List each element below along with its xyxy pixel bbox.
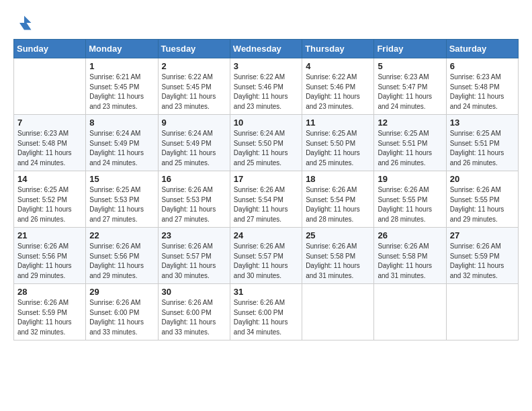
- calendar-cell: 25Sunrise: 6:26 AMSunset: 5:58 PMDayligh…: [302, 228, 374, 284]
- day-info: Sunrise: 6:26 AMSunset: 5:56 PMDaylight:…: [89, 242, 154, 281]
- calendar-cell: 9Sunrise: 6:24 AMSunset: 5:49 PMDaylight…: [158, 115, 230, 171]
- day-info: Sunrise: 6:26 AMSunset: 5:58 PMDaylight:…: [378, 242, 442, 281]
- day-number: 1: [89, 61, 154, 71]
- day-number: 10: [234, 118, 298, 128]
- day-info: Sunrise: 6:26 AMSunset: 5:55 PMDaylight:…: [450, 185, 515, 224]
- calendar-cell: 12Sunrise: 6:25 AMSunset: 5:51 PMDayligh…: [374, 115, 446, 171]
- day-number: 9: [162, 118, 226, 128]
- calendar-cell: [446, 284, 518, 340]
- day-info: Sunrise: 6:26 AMSunset: 5:57 PMDaylight:…: [234, 242, 298, 281]
- calendar-cell: [302, 284, 374, 340]
- calendar-cell: 27Sunrise: 6:26 AMSunset: 5:59 PMDayligh…: [446, 228, 518, 284]
- day-number: 29: [89, 287, 154, 297]
- day-number: 18: [306, 174, 370, 184]
- day-info: Sunrise: 6:22 AMSunset: 5:46 PMDaylight:…: [234, 73, 298, 111]
- calendar-header-thursday: Thursday: [302, 40, 374, 58]
- calendar-cell: 22Sunrise: 6:26 AMSunset: 5:56 PMDayligh…: [86, 228, 158, 284]
- calendar-week-1: 1Sunrise: 6:21 AMSunset: 5:45 PMDaylight…: [14, 58, 519, 115]
- day-info: Sunrise: 6:23 AMSunset: 5:47 PMDaylight:…: [378, 73, 442, 111]
- calendar-cell: [374, 284, 446, 340]
- day-info: Sunrise: 6:26 AMSunset: 5:53 PMDaylight:…: [162, 185, 226, 224]
- day-number: 27: [450, 230, 515, 240]
- calendar-cell: 30Sunrise: 6:26 AMSunset: 6:00 PMDayligh…: [158, 284, 230, 340]
- day-info: Sunrise: 6:26 AMSunset: 6:00 PMDaylight:…: [234, 298, 298, 337]
- day-number: 24: [234, 230, 298, 240]
- day-number: 19: [378, 174, 442, 184]
- logo: [13, 13, 34, 35]
- day-info: Sunrise: 6:22 AMSunset: 5:45 PMDaylight:…: [162, 73, 226, 111]
- calendar-week-2: 7Sunrise: 6:23 AMSunset: 5:48 PMDaylight…: [14, 115, 519, 171]
- day-info: Sunrise: 6:26 AMSunset: 5:57 PMDaylight:…: [162, 242, 226, 281]
- day-number: 26: [378, 230, 442, 240]
- calendar-cell: 7Sunrise: 6:23 AMSunset: 5:48 PMDaylight…: [14, 115, 86, 171]
- day-number: 12: [378, 118, 442, 128]
- svg-marker-0: [19, 16, 32, 30]
- day-info: Sunrise: 6:25 AMSunset: 5:52 PMDaylight:…: [17, 185, 82, 224]
- calendar-body: 1Sunrise: 6:21 AMSunset: 5:45 PMDaylight…: [14, 58, 519, 340]
- calendar-cell: 16Sunrise: 6:26 AMSunset: 5:53 PMDayligh…: [158, 171, 230, 228]
- day-info: Sunrise: 6:26 AMSunset: 5:54 PMDaylight:…: [234, 185, 298, 224]
- calendar-cell: 20Sunrise: 6:26 AMSunset: 5:55 PMDayligh…: [446, 171, 518, 228]
- day-number: 30: [162, 287, 226, 297]
- day-info: Sunrise: 6:25 AMSunset: 5:51 PMDaylight:…: [450, 129, 515, 168]
- day-info: Sunrise: 6:24 AMSunset: 5:49 PMDaylight:…: [89, 129, 154, 168]
- calendar-cell: 8Sunrise: 6:24 AMSunset: 5:49 PMDaylight…: [86, 115, 158, 171]
- calendar-cell: 1Sunrise: 6:21 AMSunset: 5:45 PMDaylight…: [86, 58, 158, 115]
- calendar-cell: 19Sunrise: 6:26 AMSunset: 5:55 PMDayligh…: [374, 171, 446, 228]
- day-number: 31: [234, 287, 298, 297]
- day-number: 8: [89, 118, 154, 128]
- day-info: Sunrise: 6:25 AMSunset: 5:50 PMDaylight:…: [306, 129, 370, 168]
- calendar-cell: 31Sunrise: 6:26 AMSunset: 6:00 PMDayligh…: [230, 284, 302, 340]
- calendar-cell: 13Sunrise: 6:25 AMSunset: 5:51 PMDayligh…: [446, 115, 518, 171]
- day-info: Sunrise: 6:25 AMSunset: 5:53 PMDaylight:…: [89, 185, 154, 224]
- day-number: 3: [234, 61, 298, 71]
- day-number: 16: [162, 174, 226, 184]
- day-info: Sunrise: 6:26 AMSunset: 5:59 PMDaylight:…: [17, 298, 82, 337]
- day-number: 17: [234, 174, 298, 184]
- day-number: 21: [17, 230, 82, 240]
- day-number: 25: [306, 230, 370, 240]
- calendar-cell: 24Sunrise: 6:26 AMSunset: 5:57 PMDayligh…: [230, 228, 302, 284]
- calendar-cell: 11Sunrise: 6:25 AMSunset: 5:50 PMDayligh…: [302, 115, 374, 171]
- page-header: [13, 11, 519, 35]
- day-number: 14: [17, 174, 82, 184]
- day-info: Sunrise: 6:26 AMSunset: 5:59 PMDaylight:…: [450, 242, 515, 281]
- calendar-cell: 10Sunrise: 6:24 AMSunset: 5:50 PMDayligh…: [230, 115, 302, 171]
- day-number: 11: [306, 118, 370, 128]
- calendar-header-tuesday: Tuesday: [158, 40, 230, 58]
- logo-icon: [15, 13, 34, 32]
- day-info: Sunrise: 6:26 AMSunset: 6:00 PMDaylight:…: [162, 298, 226, 337]
- day-info: Sunrise: 6:26 AMSunset: 5:56 PMDaylight:…: [17, 242, 82, 281]
- calendar-header-sunday: Sunday: [14, 40, 86, 58]
- calendar-week-5: 28Sunrise: 6:26 AMSunset: 5:59 PMDayligh…: [14, 284, 519, 340]
- day-info: Sunrise: 6:25 AMSunset: 5:51 PMDaylight:…: [378, 129, 442, 168]
- day-info: Sunrise: 6:26 AMSunset: 5:55 PMDaylight:…: [378, 185, 442, 224]
- calendar-cell: 29Sunrise: 6:26 AMSunset: 6:00 PMDayligh…: [86, 284, 158, 340]
- day-info: Sunrise: 6:26 AMSunset: 6:00 PMDaylight:…: [89, 298, 154, 337]
- calendar-cell: 14Sunrise: 6:25 AMSunset: 5:52 PMDayligh…: [14, 171, 86, 228]
- day-info: Sunrise: 6:26 AMSunset: 5:58 PMDaylight:…: [306, 242, 370, 281]
- day-info: Sunrise: 6:22 AMSunset: 5:46 PMDaylight:…: [306, 73, 370, 111]
- calendar-table: SundayMondayTuesdayWednesdayThursdayFrid…: [13, 39, 519, 340]
- day-info: Sunrise: 6:24 AMSunset: 5:50 PMDaylight:…: [234, 129, 298, 168]
- day-number: 5: [378, 61, 442, 71]
- day-number: 28: [17, 287, 82, 297]
- day-info: Sunrise: 6:26 AMSunset: 5:54 PMDaylight:…: [306, 185, 370, 224]
- day-number: 20: [450, 174, 515, 184]
- calendar-cell: 2Sunrise: 6:22 AMSunset: 5:45 PMDaylight…: [158, 58, 230, 115]
- calendar-cell: 6Sunrise: 6:23 AMSunset: 5:48 PMDaylight…: [446, 58, 518, 115]
- day-info: Sunrise: 6:24 AMSunset: 5:49 PMDaylight:…: [162, 129, 226, 168]
- calendar-cell: [14, 58, 86, 115]
- calendar-header-row: SundayMondayTuesdayWednesdayThursdayFrid…: [14, 40, 519, 58]
- calendar-cell: 28Sunrise: 6:26 AMSunset: 5:59 PMDayligh…: [14, 284, 86, 340]
- calendar-cell: 5Sunrise: 6:23 AMSunset: 5:47 PMDaylight…: [374, 58, 446, 115]
- calendar-cell: 23Sunrise: 6:26 AMSunset: 5:57 PMDayligh…: [158, 228, 230, 284]
- calendar-header-friday: Friday: [374, 40, 446, 58]
- calendar-week-3: 14Sunrise: 6:25 AMSunset: 5:52 PMDayligh…: [14, 171, 519, 228]
- calendar-cell: 26Sunrise: 6:26 AMSunset: 5:58 PMDayligh…: [374, 228, 446, 284]
- calendar-cell: 15Sunrise: 6:25 AMSunset: 5:53 PMDayligh…: [86, 171, 158, 228]
- day-number: 15: [89, 174, 154, 184]
- calendar-cell: 18Sunrise: 6:26 AMSunset: 5:54 PMDayligh…: [302, 171, 374, 228]
- day-number: 23: [162, 230, 226, 240]
- day-info: Sunrise: 6:21 AMSunset: 5:45 PMDaylight:…: [89, 73, 154, 111]
